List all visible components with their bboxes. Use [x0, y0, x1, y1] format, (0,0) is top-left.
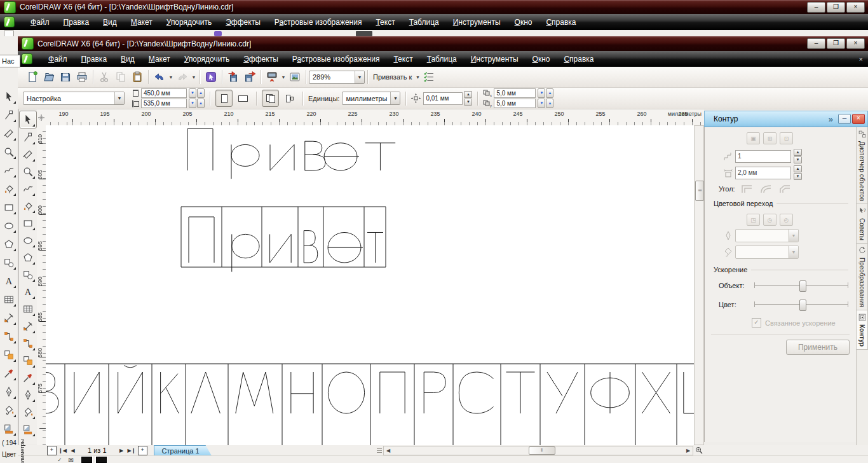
menu-item-Окно[interactable]: Окно — [508, 17, 539, 27]
outline-pen-tool[interactable] — [1, 384, 17, 400]
ruler-origin[interactable] — [37, 109, 46, 126]
menu-item-Вид[interactable]: Вид — [96, 17, 124, 27]
menu-item-Текст[interactable]: Текст — [386, 54, 419, 64]
zoom-level-combo[interactable]: 289%▼ — [309, 71, 365, 84]
outline-swatch[interactable] — [96, 457, 107, 463]
basic-shapes-tool[interactable] — [1, 254, 17, 271]
menu-item-Таблица[interactable]: Таблица — [420, 54, 464, 64]
fill-swatch[interactable] — [81, 457, 92, 463]
vertical-ruler[interactable]: 610605600595590585580575 — [37, 125, 46, 445]
open-button[interactable] — [41, 69, 57, 85]
save-button[interactable] — [57, 69, 74, 85]
copy-button[interactable] — [112, 69, 129, 85]
docker-tab-Советы[interactable]: ?Советы — [857, 204, 868, 244]
all-pages-button[interactable] — [262, 90, 279, 107]
spin-down-icon[interactable]: ▼ — [794, 173, 802, 180]
contour-offset-field[interactable]: 2,0 мм — [735, 167, 791, 179]
pick-tool[interactable] — [19, 111, 37, 128]
interactive-fill-tool[interactable] — [1, 420, 17, 437]
object-accel-slider[interactable] — [754, 280, 848, 291]
interactive-fill-tool[interactable] — [20, 421, 36, 438]
chevron-down-icon[interactable]: ▼ — [168, 70, 174, 84]
menu-item-Правка[interactable]: Правка — [57, 17, 97, 27]
color-eyedropper-tool[interactable] — [1, 365, 17, 382]
vertical-scrollbar[interactable]: ⦀ — [694, 125, 704, 445]
chevron-down-icon[interactable]: ▼ — [789, 246, 798, 258]
parallel-dimension-tool[interactable] — [20, 318, 36, 335]
menu-item-Эффекты[interactable]: Эффекты — [236, 54, 285, 64]
redo-button[interactable] — [174, 69, 191, 85]
table-tool[interactable] — [1, 291, 17, 308]
connector-tool[interactable] — [1, 328, 17, 345]
search-content-button[interactable] — [203, 69, 219, 85]
cut-button[interactable] — [96, 69, 112, 85]
add-page-icon-2[interactable]: + — [138, 446, 147, 455]
outer-restore-button[interactable]: ❐ — [827, 2, 845, 13]
units-combo[interactable]: миллиметры▼ — [342, 92, 400, 105]
paste-button[interactable] — [129, 69, 146, 85]
new-document-button[interactable] — [24, 69, 41, 85]
pen-check-icon[interactable]: ✓ — [57, 457, 62, 463]
last-page-icon[interactable]: ▶❙ — [128, 448, 136, 453]
rectangle-tool[interactable] — [20, 215, 36, 232]
crop-tool[interactable] — [20, 146, 36, 163]
outline-pen-tool[interactable] — [20, 387, 36, 403]
add-page-icon[interactable]: + — [47, 446, 57, 455]
options-button[interactable] — [421, 69, 437, 85]
menu-item-Инструменты[interactable]: Инструменты — [464, 54, 526, 64]
nudge-field[interactable]: 0,01 мм — [423, 92, 463, 105]
menu-item-Окно[interactable]: Окно — [526, 54, 557, 64]
outer-minimize-button[interactable]: – — [807, 2, 825, 13]
linear-blend-button[interactable]: ◳ — [747, 214, 760, 226]
menu-item-Макет[interactable]: Макет — [142, 54, 177, 64]
zoom-tool[interactable] — [20, 163, 36, 180]
document-close-icon[interactable]: × — [859, 55, 863, 63]
smart-fill-tool[interactable] — [20, 198, 36, 214]
zoom-tool[interactable] — [1, 144, 17, 160]
menu-item-Справка[interactable]: Справка — [539, 17, 583, 27]
horizontal-ruler[interactable]: 1901952002052102152202252302352402452502… — [46, 109, 704, 126]
preset-combo[interactable]: Настройка▼ — [23, 92, 125, 105]
menu-item-Файл[interactable]: Файл — [41, 54, 74, 64]
duplicate-x-field[interactable]: 5,0 мм — [494, 88, 536, 98]
menu-item-Вид[interactable]: Вид — [114, 54, 142, 64]
spin-up-icon[interactable]: ▲ — [197, 88, 205, 98]
chevron-down-icon[interactable]: ▼ — [789, 230, 798, 242]
chevron-down-icon[interactable]: ▼ — [355, 71, 364, 83]
menu-item-Упорядочить[interactable]: Упорядочить — [159, 17, 219, 27]
scroll-right-icon[interactable]: ▶ — [684, 448, 693, 453]
inside-contour-button[interactable]: ⊞ — [763, 132, 776, 144]
menu-item-Упорядочить[interactable]: Упорядочить — [177, 54, 236, 64]
chevron-down-icon[interactable]: ▼ — [390, 92, 400, 104]
chevron-down-icon[interactable]: ▼ — [191, 70, 197, 84]
shape-tool[interactable] — [20, 129, 36, 146]
table-tool[interactable] — [20, 301, 36, 317]
export-button[interactable] — [241, 69, 258, 85]
menu-item-Файл[interactable]: Файл — [24, 17, 57, 27]
color-eyedropper-tool[interactable] — [20, 370, 36, 386]
spin-down-icon[interactable]: ▼ — [538, 88, 545, 98]
apply-button[interactable]: Применить — [786, 340, 850, 355]
pick-tool[interactable] — [1, 88, 17, 105]
import-button[interactable] — [225, 69, 241, 85]
miter-corner-button[interactable] — [740, 183, 754, 195]
text-tool[interactable]: А — [1, 273, 17, 289]
first-page-icon[interactable]: ❙◀ — [58, 448, 67, 453]
bevel-corner-button[interactable] — [778, 183, 792, 195]
crop-tool[interactable] — [1, 125, 17, 142]
menu-item-Инструменты[interactable]: Инструменты — [446, 17, 508, 27]
snap-to-button[interactable]: Привязать к▼ — [370, 70, 421, 84]
scroll-left-icon[interactable]: ◀ — [384, 448, 393, 453]
menu-item-Таблица[interactable]: Таблица — [402, 17, 446, 27]
portrait-button[interactable] — [215, 90, 233, 107]
fill-tool[interactable] — [20, 404, 36, 420]
polygon-tool[interactable] — [1, 236, 17, 252]
menu-item-Растровые изображения[interactable]: Растровые изображения — [285, 54, 387, 64]
docker-tab-Контур[interactable]: Контур — [857, 310, 868, 350]
page-width-field[interactable]: 450,0 мм — [141, 88, 187, 98]
blend-tool[interactable] — [1, 347, 17, 363]
docker-minimize-button[interactable]: ─ — [838, 114, 851, 124]
splitter-handle[interactable] — [377, 446, 382, 454]
prev-page-icon[interactable]: ◀ — [69, 448, 77, 453]
docker-tab-Преобразования[interactable]: Преобразования — [857, 244, 868, 310]
